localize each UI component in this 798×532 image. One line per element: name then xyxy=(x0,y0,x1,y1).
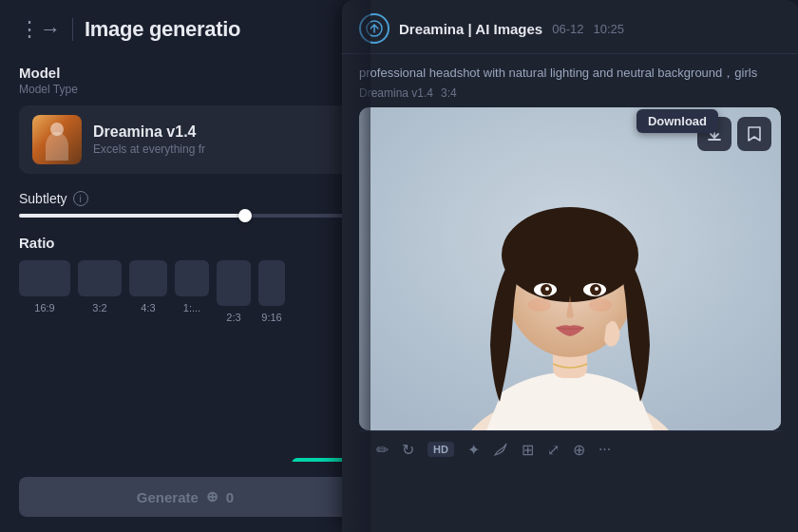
svg-point-5 xyxy=(502,207,638,302)
refresh-icon[interactable]: ↻ xyxy=(402,441,414,459)
paint-icon[interactable] xyxy=(493,442,508,457)
generate-label: Generate xyxy=(137,489,199,505)
model-card[interactable]: Dreamina v1.4 Excels at everything fr xyxy=(19,105,352,174)
image-area: Download xyxy=(359,107,781,468)
app-icon xyxy=(359,13,390,44)
ai-generated-image: Download xyxy=(359,107,781,430)
ratio-item-4-3[interactable]: 4:3 xyxy=(129,260,167,323)
ratio-item-3-2[interactable]: 3:2 xyxy=(78,260,122,323)
info-icon[interactable]: i xyxy=(73,191,88,206)
prompt-text: professional headshot with natural light… xyxy=(359,64,781,83)
prompt-area: professional headshot with natural light… xyxy=(342,54,798,107)
model-label: Model xyxy=(19,65,352,81)
download-tooltip: Download xyxy=(636,109,718,133)
header-time: 10:25 xyxy=(593,22,624,36)
ratio-box-16-9 xyxy=(19,260,70,296)
dreamina-logo-icon xyxy=(366,20,383,37)
crop-icon[interactable]: ⊞ xyxy=(522,441,534,459)
prompt-time-tag: 3:4 xyxy=(441,86,457,100)
subtlety-label: Subtlety xyxy=(19,191,67,206)
panel-content: Model Model Type Dreamina v1.4 Excels at… xyxy=(0,55,370,348)
ratio-section: Ratio 16:9 3:2 4:3 1:... xyxy=(19,235,352,323)
ratio-box-2-3 xyxy=(217,260,251,306)
svg-point-13 xyxy=(589,298,612,312)
generate-icon: ⊕ xyxy=(206,488,218,505)
model-thumbnail xyxy=(32,115,82,164)
generate-credit: 0 xyxy=(226,489,234,505)
ratio-text-1-1: 1:... xyxy=(183,302,200,314)
sidebar-toggle-icon[interactable]: ⋮→ xyxy=(19,17,61,42)
bottom-toolbar: ✏ ↻ HD ✦ ⊞ ⤢ ⊕ ··· xyxy=(359,430,781,468)
link-icon[interactable]: ⊕ xyxy=(573,441,585,459)
ratio-box-3-2 xyxy=(78,260,122,296)
model-sublabel: Model Type xyxy=(19,83,352,96)
ratio-text-16-9: 16:9 xyxy=(34,302,54,314)
model-name: Dreamina v1.4 xyxy=(93,124,205,141)
image-actions: Download xyxy=(697,117,771,151)
model-section: Model Model Type Dreamina v1.4 Excels at… xyxy=(19,65,352,174)
prompt-model-tag: Dreamina v1.4 xyxy=(359,86,433,100)
magic-icon[interactable]: ✦ xyxy=(467,441,480,459)
model-thumb-figure xyxy=(46,132,68,161)
ratio-box-1-1 xyxy=(175,260,209,296)
svg-point-10 xyxy=(545,287,549,291)
ratio-item-2-3[interactable]: 2:3 xyxy=(217,260,251,323)
ratio-item-9-16[interactable]: 9:16 xyxy=(258,260,285,323)
subtlety-label-row: Subtlety i xyxy=(19,191,352,206)
ratio-text-9-16: 9:16 xyxy=(261,312,281,323)
header-date: 06-12 xyxy=(552,22,583,36)
svg-point-11 xyxy=(595,287,598,291)
ratio-box-9-16 xyxy=(258,260,285,306)
hd-badge[interactable]: HD xyxy=(428,442,454,457)
generate-button[interactable]: Generate ⊕ 0 xyxy=(19,477,352,517)
right-panel: Dreamina | AI Images 06-12 10:25 profess… xyxy=(342,0,798,532)
ratio-text-2-3: 2:3 xyxy=(226,312,240,323)
more-options-icon[interactable]: ··· xyxy=(598,441,611,458)
ratio-label: Ratio xyxy=(19,235,352,251)
model-info: Dreamina v1.4 Excels at everything fr xyxy=(93,124,205,156)
bookmark-icon xyxy=(747,125,762,142)
subtlety-section: Subtlety i xyxy=(19,191,352,218)
ratio-text-4-3: 4:3 xyxy=(141,302,155,314)
slider-fill xyxy=(19,214,245,218)
paint-brush-icon xyxy=(493,442,508,457)
left-panel: ⋮→ Image generatio Model Model Type Drea… xyxy=(0,0,370,532)
ratio-item-1-1[interactable]: 1:... xyxy=(175,260,209,323)
prompt-tags: Dreamina v1.4 3:4 xyxy=(359,86,781,100)
model-desc: Excels at everything fr xyxy=(93,142,205,156)
header-bar: ⋮→ Image generatio xyxy=(0,0,370,55)
app-name: Dreamina | AI Images xyxy=(399,21,542,37)
generate-bar: Generate ⊕ 0 xyxy=(0,462,370,532)
portrait-svg xyxy=(359,107,781,430)
ratio-box-4-3 xyxy=(129,260,167,296)
ratio-grid: 16:9 3:2 4:3 1:... 2:3 xyxy=(19,260,352,323)
ratio-text-3-2: 3:2 xyxy=(92,302,106,314)
header-divider xyxy=(72,18,73,41)
bookmark-button[interactable] xyxy=(737,117,771,151)
slider-thumb[interactable] xyxy=(238,209,252,222)
edit-icon[interactable]: ✏ xyxy=(376,441,389,459)
ratio-item-16-9[interactable]: 16:9 xyxy=(19,260,70,323)
subtlety-slider[interactable] xyxy=(19,214,352,218)
page-title: Image generatio xyxy=(85,17,240,42)
svg-point-12 xyxy=(528,298,551,312)
expand-icon[interactable]: ⤢ xyxy=(547,441,560,459)
right-header: Dreamina | AI Images 06-12 10:25 xyxy=(342,0,798,54)
